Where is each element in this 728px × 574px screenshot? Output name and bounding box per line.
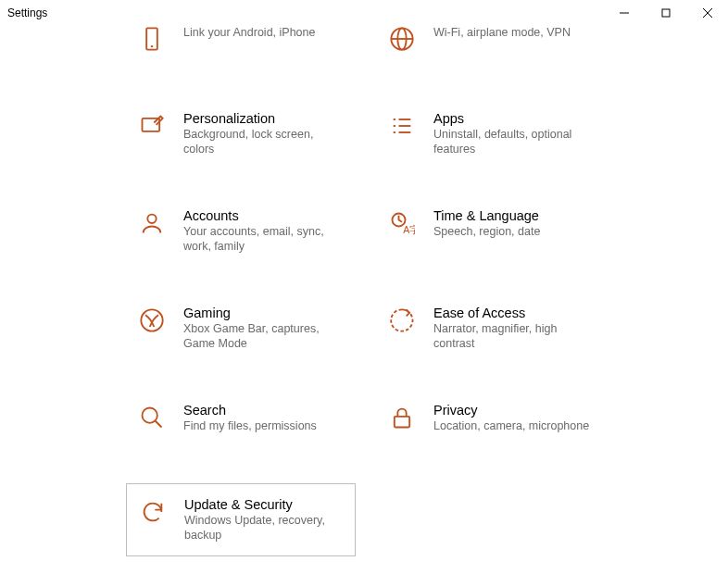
tile-personalization[interactable]: Personalization Background, lock screen,…: [128, 104, 355, 164]
svg-text:A字: A字: [403, 224, 415, 235]
tile-apps[interactable]: Apps Uninstall, defaults, optional featu…: [378, 104, 605, 164]
svg-rect-22: [395, 417, 409, 428]
apps-list-icon: [387, 111, 417, 141]
tile-desc: Windows Update, recovery, backup: [184, 514, 344, 543]
tile-title: Update & Security: [184, 497, 344, 512]
xbox-icon: [137, 306, 167, 335]
window-title: Settings: [7, 6, 47, 19]
tile-accounts[interactable]: Accounts Your accounts, email, sync, wor…: [128, 201, 355, 261]
tile-ease-of-access[interactable]: Ease of Access Narrator, magnifier, high…: [378, 298, 605, 358]
svg-point-19: [141, 309, 162, 331]
maximize-icon: [661, 8, 671, 18]
paintbrush-icon: [137, 111, 167, 141]
close-icon: [703, 8, 712, 18]
phone-icon: [137, 24, 167, 54]
tile-desc: Link your Android, iPhone: [183, 26, 345, 41]
update-icon: [138, 497, 168, 527]
tile-desc: Background, lock screen, colors: [183, 128, 345, 156]
time-language-icon: A字: [387, 208, 417, 238]
minimize-icon: [620, 8, 629, 18]
tile-privacy[interactable]: Privacy Location, camera, microphone: [378, 395, 605, 442]
tile-desc: Xbox Game Bar, captures, Game Mode: [183, 322, 345, 351]
window-controls: [603, 0, 728, 26]
tile-desc: Wi-Fi, airplane mode, VPN: [433, 26, 596, 41]
svg-line-21: [156, 421, 162, 428]
svg-point-20: [143, 408, 157, 423]
tile-phone[interactable]: Link your Android, iPhone: [128, 17, 355, 61]
tile-title: Ease of Access: [433, 306, 596, 320]
tile-desc: Narrator, magnifier, high contrast: [433, 322, 596, 351]
close-button[interactable]: [686, 0, 728, 26]
tile-title: Apps: [433, 111, 596, 126]
minimize-button[interactable]: [603, 0, 645, 26]
tile-desc: Speech, region, date: [433, 225, 596, 240]
tile-time-language[interactable]: A字 Time & Language Speech, region, date: [378, 201, 605, 247]
search-icon: [137, 403, 167, 432]
tile-desc: Your accounts, email, sync, work, family: [183, 225, 345, 254]
maximize-button[interactable]: [645, 0, 686, 26]
tile-desc: Location, camera, microphone: [433, 419, 596, 434]
titlebar: Settings: [0, 0, 728, 26]
tile-update-security[interactable]: Update & Security Windows Update, recove…: [126, 483, 356, 556]
tile-desc: Find my files, permissions: [183, 419, 345, 434]
tile-title: Gaming: [183, 306, 345, 320]
tile-network[interactable]: Wi-Fi, airplane mode, VPN: [378, 17, 605, 61]
tile-desc: Uninstall, defaults, optional features: [433, 128, 596, 156]
ease-of-access-icon: [387, 306, 417, 335]
svg-rect-1: [662, 9, 670, 17]
tile-search[interactable]: Search Find my files, permissions: [128, 395, 355, 442]
tile-title: Search: [183, 403, 345, 418]
svg-point-16: [147, 215, 156, 223]
person-icon: [137, 208, 167, 238]
tile-title: Accounts: [183, 208, 345, 223]
lock-icon: [387, 403, 417, 432]
globe-icon: [387, 24, 417, 54]
tile-title: Time & Language: [433, 208, 596, 223]
tile-title: Privacy: [433, 403, 596, 418]
tile-gaming[interactable]: Gaming Xbox Game Bar, captures, Game Mod…: [128, 298, 355, 358]
tile-title: Personalization: [183, 111, 345, 126]
